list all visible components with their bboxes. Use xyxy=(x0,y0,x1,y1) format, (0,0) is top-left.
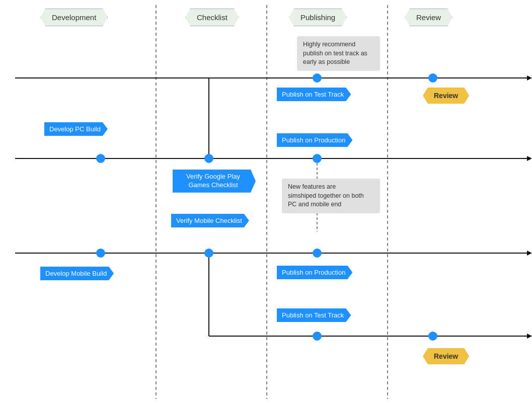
node-test-track xyxy=(313,73,322,83)
node-pc-dev xyxy=(96,154,105,163)
node-review-bottom xyxy=(428,332,437,341)
svg-marker-12 xyxy=(527,156,532,161)
svg-marker-5 xyxy=(527,75,532,80)
diagram-container: Development Checklist Publishing Review … xyxy=(0,0,532,404)
task-publish-production-2: Publish on Production xyxy=(277,266,352,279)
checklist-label: Checklist xyxy=(185,9,239,26)
task-develop-pc: Develop PC Build xyxy=(44,122,108,136)
col-header-development: Development xyxy=(40,9,108,26)
note-test-track: Highly recommend publish on test track a… xyxy=(297,36,380,71)
node-review-top xyxy=(428,73,437,83)
node-publish-mobile xyxy=(313,249,322,258)
review-header-label: Review xyxy=(405,9,452,26)
task-verify-gpg: Verify Google PlayGames Checklist xyxy=(173,170,256,193)
development-label: Development xyxy=(40,9,108,26)
node-mobile-dev xyxy=(96,249,105,258)
svg-marker-19 xyxy=(527,251,532,256)
diagram-svg xyxy=(0,0,532,404)
node-test-track-bottom xyxy=(313,332,322,341)
node-publish-pc xyxy=(313,154,322,163)
col-header-publishing: Publishing xyxy=(289,9,347,26)
col-header-checklist: Checklist xyxy=(185,9,239,26)
svg-marker-23 xyxy=(527,334,532,339)
review-label-1: Review xyxy=(423,88,469,104)
col-header-review: Review xyxy=(405,9,452,26)
task-publish-production-1: Publish on Production xyxy=(277,133,352,147)
review-label-2: Review xyxy=(423,348,469,364)
note-simship: New features aresimshiped together on bo… xyxy=(282,179,380,213)
task-publish-test-track-2: Publish on Test Track xyxy=(277,308,351,322)
task-develop-mobile: Develop Mobile Build xyxy=(40,267,114,280)
publishing-label: Publishing xyxy=(289,9,347,26)
node-checklist-mobile xyxy=(204,249,213,258)
node-checklist-pc xyxy=(204,154,213,163)
task-verify-mobile: Verify Mobile Checklist xyxy=(171,214,249,227)
task-publish-test-track-1: Publish on Test Track xyxy=(277,88,351,101)
